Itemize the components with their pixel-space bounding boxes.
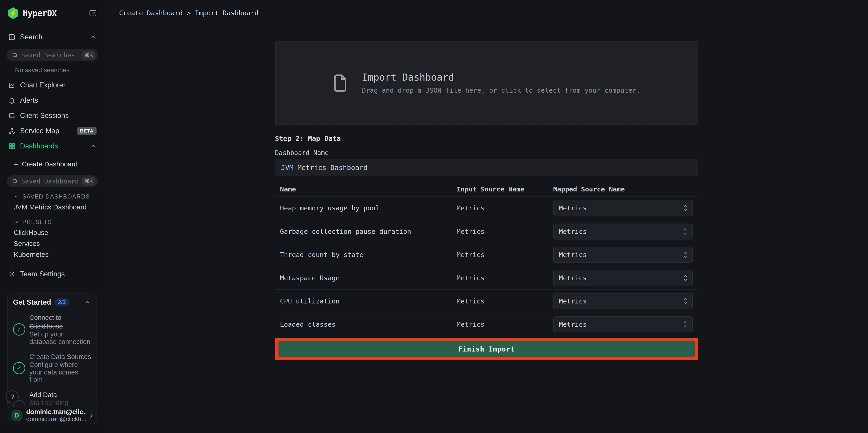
sidebar-nav: Chart Explorer Alerts Client Sessions Se… <box>0 78 105 154</box>
dropzone-title: Import Dashboard <box>362 72 640 83</box>
sidebar-item-alerts[interactable]: Alerts <box>0 93 105 108</box>
select-chevrons-icon <box>683 204 688 212</box>
breadcrumb-separator: > <box>187 9 191 17</box>
create-dashboard-button[interactable]: + Create Dashboard <box>0 157 105 171</box>
saved-dashboards-input[interactable]: Saved Dashboards ⌘K <box>7 175 98 187</box>
row-input-source: Metrics <box>457 297 553 305</box>
dropzone-subtitle: Drag and drop a JSON file here, or click… <box>362 87 640 94</box>
preset-dashboard-item[interactable]: Services <box>0 238 105 249</box>
sidebar-item-search[interactable]: Search <box>0 31 105 43</box>
get-started-item[interactable]: ✓ Create Data Sources Configure where yo… <box>13 352 91 383</box>
column-header-name: Name <box>280 185 457 193</box>
sidebar-item-dashboards[interactable]: Dashboards <box>0 138 105 154</box>
chevron-down-icon <box>13 193 19 199</box>
table-row: Heap memory usage by pool Metrics Metric… <box>275 196 698 220</box>
saved-dashboard-item[interactable]: JVM Metrics Dashboard <box>0 202 105 213</box>
mapped-source-value: Metrics <box>559 251 683 258</box>
bell-icon <box>8 97 16 104</box>
service-map-icon <box>8 127 16 134</box>
row-input-source: Metrics <box>457 251 553 258</box>
topbar: Create Dashboard>Import Dashboard <box>105 0 868 26</box>
sidebar-item-chart-explorer[interactable]: Chart Explorer <box>0 78 105 93</box>
mapped-source-select[interactable]: Metrics <box>553 200 693 216</box>
get-started-item[interactable]: ✓ Add Data Start sending logs, metrics, … <box>13 391 91 407</box>
saved-dashboards-placeholder: Saved Dashboards <box>21 178 79 185</box>
mapped-source-select[interactable]: Metrics <box>553 316 693 332</box>
sidebar-item-service-map[interactable]: Service Map BETA <box>0 123 105 138</box>
dashboard-name-input[interactable] <box>275 159 698 176</box>
preset-dashboard-item[interactable]: ClickHouse <box>0 227 105 238</box>
chevron-down-icon <box>13 219 19 225</box>
shortcut-badge: ⌘K <box>82 177 95 186</box>
saved-searches-placeholder: Saved Searches <box>21 52 79 59</box>
row-name: Metaspace Usage <box>280 274 457 282</box>
mapping-table: Name Input Source Name Mapped Source Nam… <box>275 182 698 336</box>
chevron-up-icon[interactable] <box>90 143 97 150</box>
mapped-source-select[interactable]: Metrics <box>553 223 693 240</box>
main-area: Create Dashboard>Import Dashboard Import… <box>105 0 868 433</box>
sidebar-item-team-settings[interactable]: Team Settings <box>0 266 105 282</box>
presets-group[interactable]: PRESETS <box>0 217 105 227</box>
get-started-item-subtitle: Set up your database connection <box>29 331 91 346</box>
shortcut-badge: ⌘K <box>82 51 95 59</box>
app-title: HyperDX <box>23 8 57 18</box>
help-button[interactable]: ? <box>6 391 19 403</box>
dashboards-section: + Create Dashboard Saved Dashboards ⌘K S… <box>0 154 105 260</box>
row-input-source: Metrics <box>457 228 553 236</box>
mapped-source-value: Metrics <box>559 274 683 282</box>
mapped-source-value: Metrics <box>559 228 683 236</box>
get-started-card: Get Started 2/3 ✓ Connect to ClickHouse … <box>7 292 97 407</box>
create-dashboard-label: Create Dashboard <box>22 160 78 168</box>
annotation-highlight-box: Finish Import <box>275 338 698 360</box>
search-icon <box>12 52 18 58</box>
table-row: Loaded classes Metrics Metrics <box>275 313 698 336</box>
nav-label: Client Sessions <box>20 112 69 120</box>
get-started-item[interactable]: ✓ Connect to ClickHouse Set up your data… <box>13 313 91 346</box>
row-input-source: Metrics <box>457 274 553 282</box>
search-section-icon <box>8 33 16 41</box>
user-menu[interactable]: D dominic.tran@clic... dominic.tran@clic… <box>7 407 97 424</box>
nav-label: Chart Explorer <box>20 81 66 89</box>
mapped-source-select[interactable]: Metrics <box>553 270 693 286</box>
user-name: dominic.tran@clic... <box>26 408 86 416</box>
mapped-source-select[interactable]: Metrics <box>553 293 693 309</box>
team-settings-label: Team Settings <box>20 270 65 278</box>
get-started-item-subtitle: Start sending logs, metrics, or traces <box>29 399 79 407</box>
get-started-header[interactable]: Get Started 2/3 <box>13 298 91 306</box>
check-circle-icon: ✓ <box>13 323 25 336</box>
sidebar: ⚡ HyperDX Search Saved Searches ⌘K No sa… <box>0 0 105 433</box>
row-name: Loaded classes <box>280 320 457 328</box>
step-label: Step 2: Map Data <box>275 134 698 143</box>
preset-dashboard-item[interactable]: Kubernetes <box>0 249 105 260</box>
chevron-up-icon[interactable] <box>84 299 91 306</box>
mapped-source-value: Metrics <box>559 204 683 212</box>
table-row: CPU utilization Metrics Metrics <box>275 289 698 313</box>
row-name: Garbage collection pause duration <box>280 228 457 236</box>
check-circle-icon: ✓ <box>13 362 25 374</box>
progress-badge: 2/3 <box>55 298 69 306</box>
file-dropzone[interactable]: Import Dashboard Drag and drop a JSON fi… <box>275 41 698 125</box>
saved-searches-input[interactable]: Saved Searches ⌘K <box>7 49 98 61</box>
get-started-item-title: Create Data Sources <box>29 352 91 361</box>
collapse-sidebar-icon[interactable] <box>89 9 97 17</box>
table-row: Thread count by state Metrics Metrics <box>275 243 698 266</box>
mapped-source-select[interactable]: Metrics <box>553 247 693 263</box>
plus-icon: + <box>14 160 18 168</box>
logo-row: ⚡ HyperDX <box>0 0 105 20</box>
nav-label: Service Map <box>20 127 59 135</box>
select-chevrons-icon <box>683 320 688 329</box>
chevron-right-icon: › <box>90 410 93 420</box>
breadcrumb-create-dashboard[interactable]: Create Dashboard <box>119 9 183 17</box>
sidebar-item-client-sessions[interactable]: Client Sessions <box>0 108 105 123</box>
gear-icon <box>8 271 16 278</box>
nav-label: Alerts <box>20 96 38 104</box>
no-saved-searches-text: No saved searches <box>0 66 105 74</box>
table-row: Metaspace Usage Metrics Metrics <box>275 266 698 289</box>
finish-import-button[interactable]: Finish Import <box>278 341 695 357</box>
saved-dashboards-group[interactable]: SAVED DASHBOARDS <box>0 191 105 202</box>
row-input-source: Metrics <box>457 204 553 212</box>
row-name: Heap memory usage by pool <box>280 204 457 212</box>
avatar: D <box>11 409 23 422</box>
chevron-up-icon[interactable] <box>90 34 97 40</box>
nav-label: Dashboards <box>20 142 58 150</box>
